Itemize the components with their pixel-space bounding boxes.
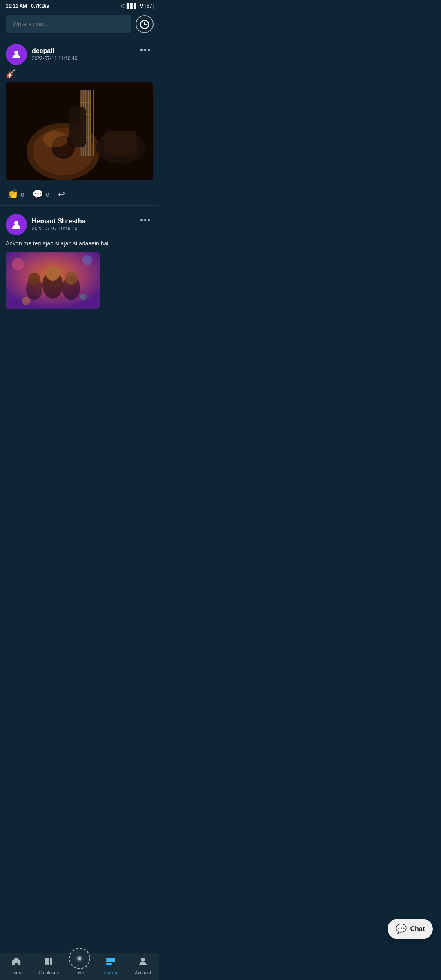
like-count-1: 0 — [21, 191, 24, 198]
post-user-info-2: Hemant Shrestha 2022-07-07 19:19:10 — [6, 214, 86, 235]
comment-icon: 💬 — [32, 189, 43, 200]
crowd-image — [6, 252, 100, 309]
timer-icon — [139, 19, 150, 29]
avatar-hemant[interactable] — [6, 214, 27, 235]
like-button-1[interactable]: 👏 0 — [7, 189, 24, 200]
status-bar: 11:11 AM | 0.7KB/s ⬡ ▋▋▋ 𝌯 [57] — [0, 0, 159, 11]
signal-icon: ▋▋▋ — [127, 3, 138, 9]
person-icon — [11, 49, 22, 60]
battery-icon: [57] — [145, 3, 154, 9]
comment-count-1: 0 — [46, 191, 49, 198]
more-options-1[interactable]: ••• — [138, 44, 154, 56]
post-header-2: Hemant Shrestha 2022-07-07 19:19:10 ••• — [6, 214, 154, 235]
comment-button-1[interactable]: 💬 0 — [32, 189, 49, 200]
clap-icon: 👏 — [7, 189, 18, 200]
post-time-1: 2022-07-11 11:10:40 — [32, 56, 77, 61]
post-image-1 — [6, 82, 154, 180]
post-emoji-1: 🎸 — [6, 69, 154, 79]
user-name-1: deepali — [32, 47, 77, 55]
write-post-input[interactable] — [6, 15, 131, 33]
svg-point-26 — [14, 221, 18, 225]
user-name-2: Hemant Shrestha — [32, 218, 86, 225]
person-icon-2 — [11, 219, 22, 230]
share-button-1[interactable]: ↩ — [58, 189, 65, 200]
status-time: 11:11 AM | 0.7KB/s — [6, 3, 49, 9]
svg-point-4 — [14, 51, 18, 55]
guitar-image — [6, 82, 154, 180]
guitar-svg — [6, 82, 154, 180]
reply-icon: ↩ — [58, 189, 65, 200]
post-actions-1: 👏 0 💬 0 ↩ — [6, 185, 154, 205]
post-card-2: Hemant Shrestha 2022-07-07 19:19:10 ••• … — [0, 209, 159, 314]
bluetooth-icon: ⬡ — [121, 3, 125, 9]
svg-rect-39 — [6, 252, 100, 309]
avatar-deepali[interactable] — [6, 44, 27, 65]
crowd-svg — [6, 252, 100, 309]
wifi-icon: 𝌯 — [139, 3, 144, 9]
user-meta-2: Hemant Shrestha 2022-07-07 19:19:10 — [32, 218, 86, 232]
timer-button[interactable] — [136, 15, 154, 33]
post-header-1: deepali 2022-07-11 11:10:40 ••• — [6, 44, 154, 65]
status-icons: ⬡ ▋▋▋ 𝌯 [57] — [121, 3, 154, 9]
svg-rect-24 — [6, 82, 153, 180]
svg-point-25 — [43, 131, 67, 147]
user-meta-1: deepali 2022-07-11 11:10:40 — [32, 47, 77, 61]
post-user-info-1: deepali 2022-07-11 11:10:40 — [6, 44, 77, 65]
post-image-2 — [6, 252, 154, 309]
post-text-2: Ankon me teri ajab si ajab si adaaein ha… — [6, 239, 154, 248]
more-options-2[interactable]: ••• — [138, 214, 154, 227]
post-input-bar — [6, 15, 154, 33]
post-time-2: 2022-07-07 19:19:10 — [32, 226, 86, 232]
post-card-1: deepali 2022-07-11 11:10:40 ••• 🎸 — [0, 39, 159, 206]
